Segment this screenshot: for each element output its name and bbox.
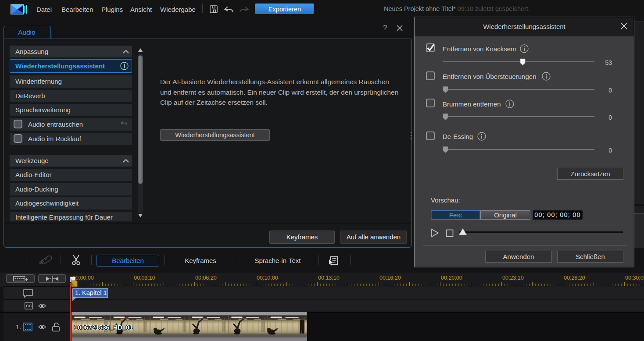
svg-text:CC: CC xyxy=(26,304,32,308)
